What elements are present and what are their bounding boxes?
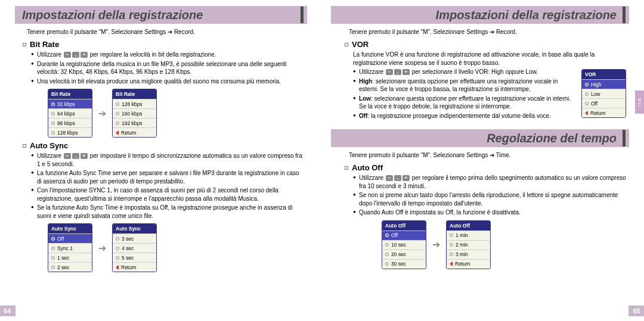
- radio-icon: [450, 233, 453, 237]
- menu-item: Off: [582, 98, 626, 108]
- bullet: Utilizzare −,+ per regolare il tempo pri…: [353, 174, 626, 190]
- radio-icon: [585, 102, 589, 105]
- menu-item: Low: [582, 89, 626, 98]
- page-title: Impostazioni della registrazione: [331, 8, 623, 22]
- radio-icon: [51, 266, 55, 269]
- page-left: Impostazioni della registrazione Tenere …: [0, 0, 322, 321]
- heading-label: VOR: [352, 40, 369, 49]
- vor-bullets: Utilizzare −,+ per selezionare il livell…: [353, 68, 575, 120]
- bullet: Utilizzare −,+ per impostare il tempo di…: [31, 152, 304, 168]
- minus-plus-icon: −,+: [385, 175, 410, 181]
- radio-icon: [116, 102, 119, 106]
- menu-title: Auto Sync: [113, 224, 156, 233]
- menu-item: 64 kbps: [48, 108, 92, 118]
- radio-icon: [585, 83, 589, 86]
- radio-icon: [585, 92, 589, 96]
- header-divider: [623, 130, 626, 147]
- menu-item: High: [582, 79, 626, 89]
- intro-text: Tenere premuto il pulsante "M". Selezion…: [349, 29, 626, 35]
- menu-item: 32 kbps: [48, 99, 92, 108]
- radio-icon: [51, 247, 55, 250]
- bullet: Off: la registrazione prosegue indipende…: [353, 112, 575, 120]
- vor-desc: La funzione VOR è una funzione di regist…: [353, 51, 626, 67]
- bullet: Durante la registrazione della musica in…: [31, 60, 304, 76]
- bullet: Utilizzare −,+ per selezionare il livell…: [353, 68, 575, 76]
- square-icon: [345, 43, 348, 46]
- radio-icon: [116, 112, 119, 116]
- minus-plus-icon: −,+: [63, 52, 88, 58]
- menu-title: VOR: [582, 70, 626, 79]
- menu-item: 192 kbps: [113, 118, 156, 127]
- autosync-bullets: Utilizzare −,+ per impostare il tempo di…: [31, 152, 304, 220]
- radio-icon: [51, 131, 55, 135]
- bullet: Con l'impostazione SYNC 1, in caso di as…: [31, 186, 304, 202]
- menu-item: 160 kbps: [113, 108, 156, 118]
- radio-icon: [116, 256, 119, 260]
- header-bar-2: Regolazione del tempo: [331, 129, 629, 147]
- autooff-menus: Auto Off Off 10 sec 20 sec 30 sec ➔ Auto…: [382, 220, 644, 269]
- menu-title: Auto Off: [447, 221, 490, 230]
- menu-title: Auto Off: [382, 221, 426, 230]
- menu-item: 1 min: [447, 230, 490, 240]
- bullet: Se non si preme alcun tasto dopo l'arres…: [353, 191, 626, 207]
- minus-plus-icon: −,+: [385, 69, 410, 75]
- square-icon: [23, 144, 26, 148]
- menu-item: 20 sec: [382, 250, 426, 259]
- radio-icon: [51, 102, 55, 106]
- radio-icon: [51, 237, 55, 241]
- return-icon: [450, 261, 453, 266]
- section-vor-heading: VOR: [345, 40, 626, 49]
- bullet: Se la funzione Auto Sync Time è impostat…: [31, 204, 304, 220]
- header-divider: [623, 7, 626, 23]
- language-tab: ITA: [635, 91, 644, 114]
- radio-icon: [450, 243, 453, 247]
- page-right: Impostazioni della registrazione Tenere …: [322, 0, 644, 321]
- bitrate-menus: Bit Rate 32 kbps 64 kbps 96 kbps 128 kbp…: [48, 89, 322, 138]
- menu-vor: VOR High Low Off Return: [581, 69, 626, 118]
- section-autosync-heading: Auto Sync: [23, 141, 304, 150]
- intro-text: Tenere premuto il pulsante "M". Selezion…: [349, 152, 626, 158]
- radio-icon: [450, 253, 453, 256]
- menu-title: Bit Rate: [48, 89, 92, 99]
- menu-autosync-2: Auto Sync 3 sec 4 sec 5 sec Return: [112, 223, 157, 272]
- page-title: Impostazioni della registrazione: [15, 8, 301, 22]
- return-icon: [116, 130, 119, 135]
- menu-item: Return: [113, 127, 156, 137]
- minus-plus-icon: −,+: [63, 153, 88, 159]
- radio-icon: [51, 121, 55, 125]
- radio-icon: [385, 243, 389, 247]
- section-autooff-heading: Auto Off: [345, 163, 626, 172]
- menu-item: 128 kbps: [48, 127, 92, 137]
- bullet: Utilizzare −,+ per regolare la velocità …: [31, 51, 304, 59]
- return-icon: [585, 111, 588, 116]
- menu-item: 5 sec: [113, 253, 156, 262]
- menu-item: 2 sec: [48, 262, 92, 272]
- menu-item: Off: [48, 233, 92, 243]
- bullet: Quando Auto Off è impostata su Off, la f…: [353, 208, 626, 217]
- heading-label: Auto Sync: [30, 141, 68, 150]
- section-bitrate-heading: Bit Rate: [23, 40, 304, 49]
- page-number: 64: [0, 306, 16, 316]
- header-divider: [301, 7, 304, 23]
- menu-item: Sync 1: [48, 243, 92, 253]
- heading-label: Auto Off: [352, 163, 383, 172]
- menu-item: Return: [582, 108, 626, 117]
- arrow-right-icon: ➔: [432, 239, 440, 250]
- bullet: La funzione Auto Sync Time serve per sep…: [31, 169, 304, 185]
- menu-autosync-1: Auto Sync Off Sync 1 1 sec 2 sec: [48, 223, 92, 272]
- radio-icon: [51, 112, 55, 116]
- menu-autooff-2: Auto Off 1 min 2 min 3 min Return: [446, 220, 491, 269]
- menu-title: Auto Sync: [48, 224, 92, 233]
- return-icon: [116, 265, 119, 270]
- menu-item: 1 sec: [48, 253, 92, 262]
- menu-item: 30 sec: [382, 259, 426, 269]
- radio-icon: [51, 256, 55, 260]
- menu-item: 3 sec: [113, 233, 156, 243]
- vor-menu-wrap: VOR High Low Off Return: [581, 69, 626, 118]
- autosync-menus: Auto Sync Off Sync 1 1 sec 2 sec ➔ Auto …: [48, 223, 322, 272]
- menu-bitrate-2: Bit Rate 128 kbps 160 kbps 192 kbps Retu…: [112, 89, 157, 138]
- page-title: Regolazione del tempo: [331, 132, 623, 145]
- menu-item: 10 sec: [382, 240, 426, 250]
- page-number: 65: [628, 306, 644, 316]
- radio-icon: [116, 121, 119, 125]
